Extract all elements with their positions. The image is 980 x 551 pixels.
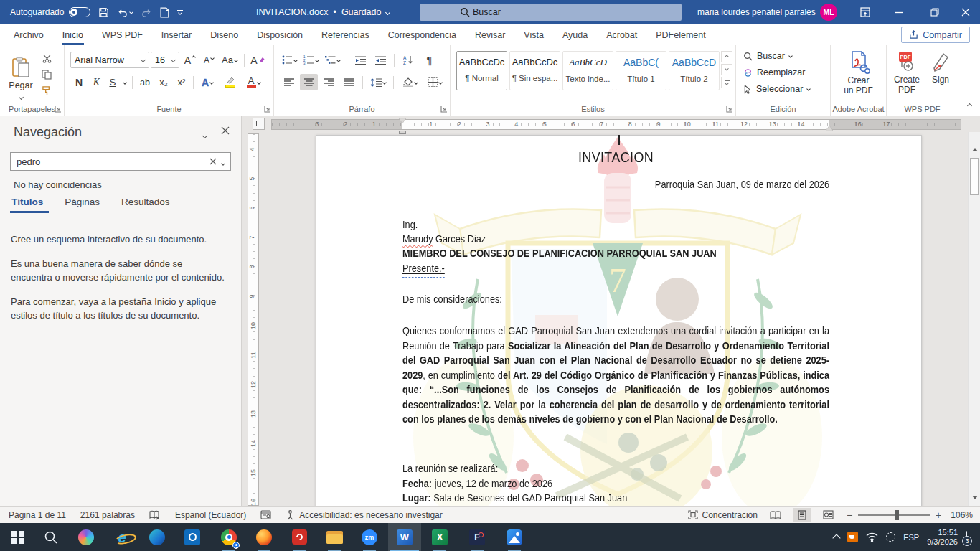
taskbar-word[interactable]: W (388, 523, 421, 551)
paste-button[interactable]: Pegar (4, 51, 38, 101)
zoom-in-button[interactable]: + (936, 509, 941, 521)
clear-formatting-button[interactable]: A (248, 52, 267, 68)
style-card[interactable]: AaBbCcD Texto inde... (562, 51, 613, 90)
language-badge[interactable]: ESP (903, 533, 919, 542)
font-name-combo[interactable]: Arial Narrow (70, 52, 149, 68)
search-box[interactable]: Buscar (420, 4, 682, 21)
scroll-down-button[interactable] (969, 491, 980, 503)
style-card[interactable]: AaBbCcDc ¶ Sin espa... (509, 51, 560, 90)
ribbon-tab[interactable]: Acrobat (597, 24, 646, 45)
ribbon-tab[interactable]: Insertar (152, 24, 201, 45)
navigation-tab[interactable]: Títulos (11, 197, 43, 213)
navigation-tab[interactable]: Resultados (121, 197, 170, 213)
style-card[interactable]: AaBbCcDc ¶ Normal (456, 51, 507, 90)
customize-toolbar-button[interactable] (177, 10, 183, 14)
proofing-status[interactable] (149, 510, 161, 520)
right-indent-marker[interactable] (826, 126, 833, 131)
ribbon-tab[interactable]: Referencias (312, 24, 379, 45)
text-effects-button[interactable]: A (197, 74, 218, 90)
multilevel-list-button[interactable] (323, 52, 342, 68)
clear-search-button[interactable] (204, 158, 222, 165)
align-right-button[interactable] (320, 74, 338, 90)
word-count[interactable]: 2161 palabras (80, 510, 135, 520)
zoom-thumb[interactable] (895, 510, 899, 520)
vertical-scrollbar[interactable] (968, 132, 980, 506)
underline-options[interactable] (121, 74, 129, 90)
borders-button[interactable] (423, 74, 446, 90)
create-pdf-acrobat-button[interactable]: Crearun PDF (831, 51, 886, 95)
replace-button[interactable]: Reemplazar (743, 67, 805, 77)
styles-scroll-up[interactable] (721, 51, 732, 62)
ribbon-tab[interactable]: Archivo (4, 24, 53, 45)
styles-dialog-launcher[interactable] (726, 105, 733, 113)
ribbon-tab[interactable]: Ayuda (553, 24, 597, 45)
taskbar-outlook[interactable] (176, 523, 209, 551)
page-indicator[interactable]: Página 1 de 11 (9, 510, 66, 520)
start-button[interactable] (1, 523, 34, 551)
zoom-out-button[interactable]: − (847, 509, 852, 521)
font-color-button[interactable]: A (242, 74, 264, 90)
sort-button[interactable]: AZ (399, 52, 418, 68)
show-marks-button[interactable]: ¶ (420, 52, 438, 68)
style-card[interactable]: AaBbCcD Título 2 (669, 51, 720, 90)
shading-button[interactable] (398, 74, 421, 90)
justify-button[interactable] (340, 74, 358, 90)
taskbar-chrome[interactable] (212, 523, 245, 551)
ribbon-tab[interactable]: Inicio (53, 24, 93, 45)
document-page[interactable]: 7 (316, 135, 922, 506)
align-center-button[interactable] (300, 74, 318, 90)
subscript-button[interactable]: x₂ (155, 74, 172, 90)
navigation-search-input[interactable] (11, 156, 204, 167)
web-layout-button[interactable] (820, 508, 837, 522)
ribbon-tab[interactable]: Revisar (466, 24, 514, 45)
taskbar-pdfelement[interactable]: F (461, 523, 494, 551)
pane-close-button[interactable] (221, 126, 230, 135)
zoom-percent[interactable]: 106% (951, 510, 973, 520)
taskbar-file-explorer[interactable] (318, 523, 351, 551)
clock[interactable]: 15:51 9/3/2026 (927, 528, 958, 547)
select-button[interactable]: Seleccionar (743, 84, 810, 94)
font-size-combo[interactable]: 16 (151, 52, 179, 68)
numbering-button[interactable]: 123 (301, 52, 321, 68)
taskbar-ie[interactable]: e (105, 523, 138, 551)
ribbon-tab[interactable]: Vista (514, 24, 553, 45)
accessibility-status[interactable]: Accesibilidad: es necesario investigar (286, 510, 442, 520)
new-document-button[interactable] (160, 7, 169, 18)
superscript-button[interactable]: x² (173, 74, 190, 90)
print-layout-button[interactable] (793, 508, 811, 522)
styles-scroll-down[interactable] (721, 64, 732, 75)
avatar[interactable]: ML (820, 4, 837, 21)
autosave-toggle[interactable] (69, 7, 90, 17)
strikethrough-button[interactable]: ab (136, 74, 154, 90)
taskbar-edge[interactable] (141, 523, 174, 551)
autosave-control[interactable]: Autoguardado (10, 7, 90, 17)
macro-record-button[interactable] (260, 510, 271, 519)
redo-button[interactable] (141, 7, 152, 18)
tray-java-icon[interactable] (847, 532, 858, 542)
focus-mode-button[interactable]: Concentración (688, 510, 758, 520)
taskbar-photos[interactable] (498, 523, 531, 551)
cut-icon[interactable] (42, 54, 52, 64)
undo-button[interactable] (117, 7, 133, 18)
close-button[interactable] (951, 0, 980, 24)
first-line-indent-marker[interactable] (399, 118, 406, 123)
ribbon-tab[interactable]: WPS PDF (93, 24, 152, 45)
copy-icon[interactable] (42, 70, 52, 80)
ribbon-tab[interactable]: Diseño (201, 24, 248, 45)
tray-sync-icon[interactable] (886, 532, 895, 542)
create-pdf-wps-button[interactable]: PDF CreatePDF (890, 51, 924, 95)
taskbar-acrobat[interactable] (283, 523, 316, 551)
tray-expand-chevron[interactable] (832, 534, 840, 542)
share-button[interactable]: Compartir (901, 27, 970, 43)
scroll-up-button[interactable] (969, 143, 980, 155)
tab-selector[interactable] (253, 118, 265, 130)
navigation-tab[interactable]: Páginas (65, 197, 100, 213)
increase-indent-button[interactable] (372, 52, 390, 68)
scrollbar-thumb[interactable] (970, 158, 979, 195)
change-case-button[interactable]: Aa (219, 52, 240, 68)
bullets-button[interactable] (280, 52, 299, 68)
collapse-ribbon-button[interactable] (968, 99, 971, 110)
underline-button[interactable]: S (105, 74, 120, 90)
find-button[interactable]: Buscar (743, 51, 792, 61)
taskbar-search-button[interactable] (34, 523, 67, 551)
